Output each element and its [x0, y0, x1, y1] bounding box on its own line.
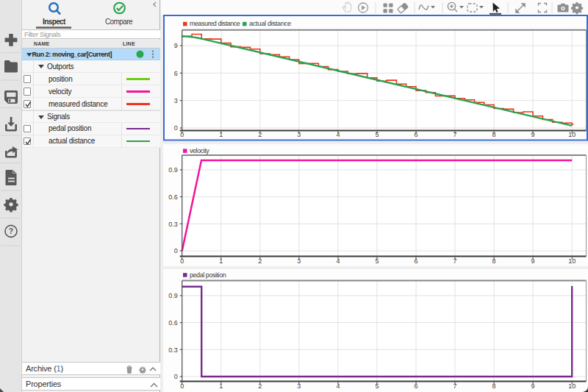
svg-text:4: 4	[336, 382, 340, 390]
svg-text:3: 3	[297, 131, 301, 138]
svg-text:2: 2	[258, 257, 262, 265]
svg-text:10: 10	[568, 382, 576, 390]
svg-text:7: 7	[453, 257, 456, 265]
svg-text:4: 4	[336, 257, 340, 265]
svg-text:1: 1	[219, 257, 223, 265]
svg-text:pedal position: pedal position	[190, 271, 226, 279]
svg-text:0: 0	[180, 257, 184, 265]
svg-text:0: 0	[174, 247, 178, 254]
svg-text:5: 5	[375, 382, 379, 390]
svg-text:6: 6	[414, 257, 417, 265]
svg-text:0.9: 0.9	[168, 292, 178, 299]
svg-text:0.6: 0.6	[168, 193, 178, 201]
svg-text:0.3: 0.3	[168, 221, 178, 228]
svg-text:8: 8	[492, 131, 496, 138]
svg-text:7: 7	[453, 382, 456, 390]
svg-text:0: 0	[174, 373, 178, 380]
svg-text:9: 9	[531, 131, 535, 138]
svg-text:10: 10	[568, 131, 576, 138]
svg-text:5: 5	[375, 257, 379, 265]
svg-text:5: 5	[375, 131, 379, 138]
svg-text:4: 4	[336, 131, 340, 138]
svg-text:actual distance: actual distance	[249, 20, 291, 27]
svg-text:2: 2	[258, 382, 262, 390]
svg-text:0.3: 0.3	[168, 346, 178, 354]
svg-text:1: 1	[219, 382, 223, 390]
svg-text:10: 10	[568, 257, 576, 265]
svg-text:?: ?	[9, 227, 13, 235]
svg-text:6: 6	[174, 70, 178, 77]
svg-text:8: 8	[492, 257, 496, 265]
svg-text:0: 0	[180, 131, 184, 138]
svg-text:3: 3	[174, 97, 178, 104]
svg-text:0.9: 0.9	[168, 166, 178, 174]
svg-text:6: 6	[414, 382, 417, 390]
svg-text:8: 8	[492, 382, 496, 390]
svg-text:1: 1	[219, 131, 223, 138]
svg-text:velocity: velocity	[190, 147, 209, 154]
svg-text:3: 3	[297, 257, 301, 265]
svg-text:measured distance: measured distance	[190, 20, 240, 27]
svg-text:7: 7	[453, 131, 456, 138]
svg-text:0: 0	[174, 124, 178, 132]
svg-text:9: 9	[531, 257, 535, 265]
svg-text:9: 9	[174, 42, 178, 49]
svg-text:6: 6	[414, 131, 417, 138]
svg-text:0: 0	[180, 382, 184, 390]
svg-text:0.6: 0.6	[168, 319, 178, 327]
svg-text:2: 2	[258, 131, 262, 138]
svg-text:9: 9	[531, 382, 535, 390]
svg-text:3: 3	[297, 382, 301, 390]
